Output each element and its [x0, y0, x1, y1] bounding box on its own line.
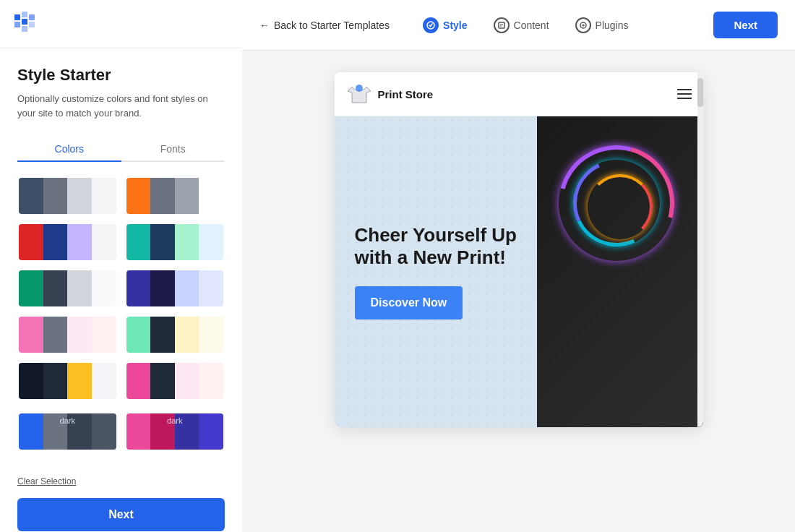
svg-rect-1 — [14, 22, 20, 27]
clear-selection-button[interactable]: Clear Selection — [17, 476, 76, 486]
svg-rect-2 — [22, 12, 27, 17]
svg-rect-6 — [29, 22, 35, 27]
svg-rect-4 — [22, 26, 27, 32]
preview-scrollbar-thumb — [697, 78, 703, 107]
sidebar-bottom: Clear Selection Next — [0, 474, 242, 532]
preview-site-header: Print Store — [335, 72, 703, 116]
step-style-icon — [423, 17, 439, 33]
dark-swatch-1-label: dark — [19, 416, 116, 425]
color-swatch-10[interactable] — [125, 361, 225, 400]
svg-rect-0 — [14, 14, 20, 20]
color-swatches-grid — [17, 176, 225, 400]
dark-swatch-2[interactable]: dark — [125, 412, 225, 451]
svg-rect-3 — [22, 19, 27, 25]
dark-swatches-grid: dark dark — [17, 412, 225, 451]
color-swatch-3[interactable] — [17, 223, 118, 262]
step-style[interactable]: Style — [413, 13, 477, 38]
preview-tshirt-visual — [537, 116, 703, 427]
sidebar-next-button[interactable]: Next — [17, 498, 225, 531]
color-font-tabs: Colors Fonts — [17, 137, 225, 162]
color-swatch-8[interactable] — [125, 315, 225, 354]
step-content[interactable]: Content — [484, 13, 559, 38]
logo-area — [0, 0, 242, 48]
neon-arc-3 — [588, 174, 653, 239]
preview-hero-right — [537, 116, 703, 427]
sidebar-description: Optionally customize colors and font sty… — [17, 92, 225, 120]
step-plugins[interactable]: Plugins — [565, 13, 639, 38]
main-area: ← Back to Starter Templates Style — [242, 0, 795, 532]
tab-colors[interactable]: Colors — [17, 137, 121, 162]
top-bar: ← Back to Starter Templates Style — [242, 0, 795, 51]
step-content-icon — [494, 17, 510, 33]
app-logo-icon — [14, 12, 43, 33]
svg-rect-5 — [29, 14, 35, 20]
site-preview-frame: Print Store Cheer Yourself Up with a New… — [335, 72, 703, 427]
sidebar-content: Style Starter Optionally customize color… — [0, 48, 242, 474]
color-swatch-9[interactable] — [17, 361, 118, 400]
preview-discover-button[interactable]: Discover Now — [355, 286, 463, 319]
wizard-steps: Style Content Plugins — [413, 13, 713, 38]
preview-hero-section: Cheer Yourself Up with a New Print! Disc… — [335, 116, 703, 427]
preview-logo-area: Print Store — [346, 81, 434, 107]
step-content-label: Content — [514, 20, 549, 31]
preview-hero-title: Cheer Yourself Up with a New Print! — [355, 224, 517, 269]
color-swatch-4[interactable] — [125, 223, 225, 262]
dark-swatch-1[interactable]: dark — [17, 412, 118, 451]
preview-hamburger-icon — [677, 89, 692, 99]
back-to-templates-link[interactable]: ← Back to Starter Templates — [259, 20, 390, 31]
step-plugins-icon — [575, 17, 591, 33]
color-swatch-2[interactable] — [125, 176, 225, 215]
sidebar-title: Style Starter — [17, 66, 225, 85]
svg-rect-8 — [499, 22, 504, 28]
back-arrow-icon: ← — [259, 20, 270, 31]
sidebar: Style Starter Optionally customize color… — [0, 0, 242, 532]
topbar-next-button[interactable]: Next — [713, 12, 778, 38]
color-swatch-5[interactable] — [17, 269, 118, 308]
preview-hero-left: Cheer Yourself Up with a New Print! Disc… — [335, 116, 538, 427]
neon-design — [551, 138, 689, 413]
tab-fonts[interactable]: Fonts — [121, 137, 225, 162]
color-swatch-6[interactable] — [125, 269, 225, 308]
step-plugins-label: Plugins — [596, 20, 629, 31]
preview-tshirt-icon — [346, 81, 372, 107]
step-style-label: Style — [443, 20, 467, 31]
color-swatch-7[interactable] — [17, 315, 118, 354]
back-label: Back to Starter Templates — [274, 20, 390, 31]
dark-swatch-2-label: dark — [126, 416, 224, 425]
preview-area: Print Store Cheer Yourself Up with a New… — [242, 51, 795, 532]
svg-point-10 — [356, 85, 363, 92]
preview-scrollbar-track — [697, 72, 703, 427]
preview-site-name: Print Store — [378, 88, 434, 100]
color-swatch-1[interactable] — [17, 176, 118, 215]
